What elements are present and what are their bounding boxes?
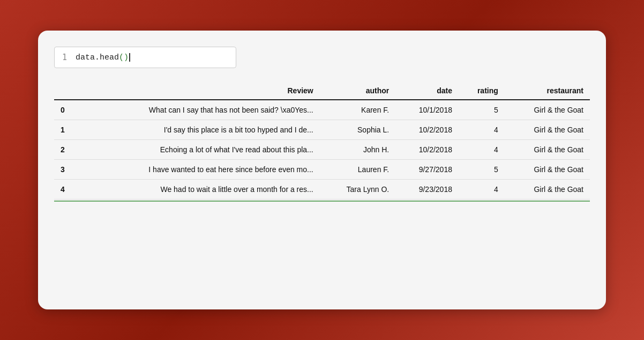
cell-date: 9/27/2018 [395, 160, 459, 180]
table-row: 0 What can I say that has not been said?… [54, 100, 590, 120]
col-header-rating: rating [459, 83, 505, 100]
table-header-row: Review author date rating restaurant [54, 83, 590, 100]
data-table: Review author date rating restaurant 0 W… [54, 83, 590, 199]
cell-rating: 5 [459, 100, 505, 120]
code-paren: () [119, 53, 129, 62]
cell-index: 1 [54, 120, 77, 140]
cell-review: We had to wait a little over a month for… [77, 180, 319, 199]
cell-date: 9/23/2018 [395, 180, 459, 199]
cell-author: Karen F. [320, 100, 395, 120]
cell-index: 3 [54, 160, 77, 180]
code-text: data.head() [76, 53, 130, 62]
cell-review: What can I say that has not been said? \… [77, 100, 319, 120]
cell-rating: 4 [459, 180, 505, 199]
table-row: 1 I'd say this place is a bit too hyped … [54, 120, 590, 140]
cell-author: John H. [320, 140, 395, 160]
cell-date: 10/2/2018 [395, 140, 459, 160]
cell-rating: 4 [459, 140, 505, 160]
col-header-review: Review [77, 83, 319, 100]
cell-author: Lauren F. [320, 160, 395, 180]
cell-index: 2 [54, 140, 77, 160]
col-header-restaurant: restaurant [505, 83, 590, 100]
cell-rating: 5 [459, 160, 505, 180]
cell-review: Echoing a lot of what I've read about th… [77, 140, 319, 160]
table-row: 3 I have wanted to eat here since before… [54, 160, 590, 180]
cell-restaurant: Girl & the Goat [505, 160, 590, 180]
code-cell[interactable]: 1 data.head() [54, 47, 236, 68]
cell-restaurant: Girl & the Goat [505, 100, 590, 120]
bottom-border [54, 201, 590, 202]
cell-author: Sophia L. [320, 120, 395, 140]
col-header-index [54, 83, 77, 100]
line-number: 1 [62, 53, 67, 62]
cell-index: 4 [54, 180, 77, 199]
col-header-author: author [320, 83, 395, 100]
notebook-card: 1 data.head() Review author date rating … [38, 31, 606, 309]
cell-author: Tara Lynn O. [320, 180, 395, 199]
cell-restaurant: Girl & the Goat [505, 140, 590, 160]
cell-review: I'd say this place is a bit too hyped an… [77, 120, 319, 140]
cell-index: 0 [54, 100, 77, 120]
cell-date: 10/1/2018 [395, 100, 459, 120]
cell-rating: 4 [459, 120, 505, 140]
table-row: 2 Echoing a lot of what I've read about … [54, 140, 590, 160]
cell-restaurant: Girl & the Goat [505, 120, 590, 140]
cell-review: I have wanted to eat here since before e… [77, 160, 319, 180]
col-header-date: date [395, 83, 459, 100]
table-row: 4 We had to wait a little over a month f… [54, 180, 590, 199]
cell-restaurant: Girl & the Goat [505, 180, 590, 199]
cell-date: 10/2/2018 [395, 120, 459, 140]
cursor [129, 53, 130, 62]
